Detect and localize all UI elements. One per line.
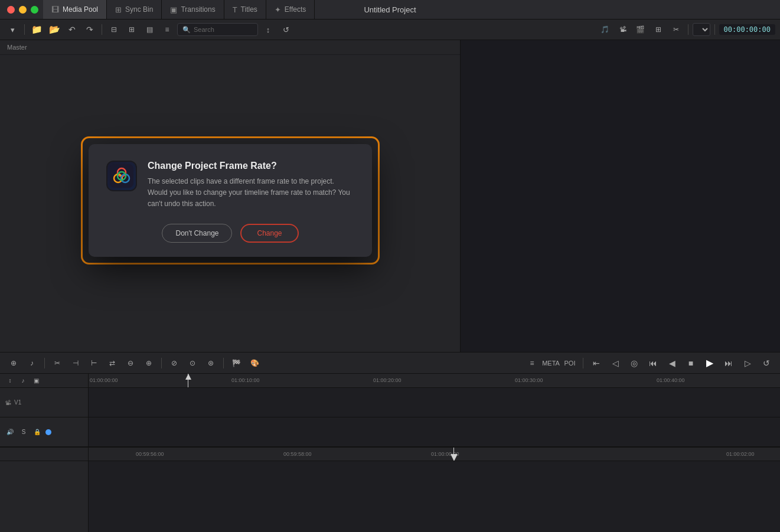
codec-select[interactable] [693,23,710,36]
bottom-playhead-head [451,454,458,461]
right-panel [461,40,780,352]
bottom-playhead-line [453,448,454,461]
audio-lock-btn[interactable]: 🔒 [32,427,43,438]
timeline-bottom-controls [0,461,89,532]
track-video-btn[interactable]: ▣ [31,376,41,386]
skip-end-btn[interactable]: ⏭ [721,355,736,371]
bottom-ruler-left [0,448,89,461]
clip-btn[interactable]: 🎬 [633,22,648,37]
tab-media-pool[interactable]: 🎞 Media Pool [43,0,107,19]
media-panel: Master [0,40,461,352]
dialog-title: Change Project Frame Rate? [148,161,354,171]
transport-right: ≡ META POI ⇤ ◁ ◎ ⏮ ◀ ■ ▶ ⏭ ▷ ↺ [524,355,774,371]
nav-tabs: 🎞 Media Pool ⊞ Sync Bin ▣ Transitions T … [43,0,315,19]
refresh-btn[interactable]: ↺ [278,22,293,37]
snip-btn[interactable]: ⊖ [123,355,138,371]
meta2-btn[interactable]: POI [562,355,577,371]
transitions-icon: ▣ [170,5,177,14]
ruler-label-4: 01:00:40:00 [657,377,685,383]
close-button[interactable] [7,6,15,14]
bottom-ruler: 00:59:56:00 00:59:58:00 01:00:00:00 01:0… [0,447,780,461]
app-icon [106,161,137,191]
slip2-btn[interactable]: ⊛ [203,355,218,371]
minimize-button[interactable] [19,6,27,14]
prev-edit-btn[interactable]: ⇤ [589,355,604,371]
divider-3 [688,24,688,35]
dropdown-btn[interactable]: ▾ [5,22,20,37]
search-container: 🔍 [177,23,258,36]
bottom-ruler-label-3: 01:00:02:00 [726,451,755,457]
audio-mute-btn[interactable]: 🔊 [5,427,15,438]
stop-btn[interactable]: ■ [683,355,699,371]
track-sort-btn[interactable]: ↕ [5,376,15,386]
media-content-area: Change Project Frame Rate? The selected … [0,55,460,352]
top-playhead-head [185,374,191,380]
view-detail-btn[interactable]: ≡ [159,22,175,37]
audio-indicator [45,429,51,435]
transport-divider-1 [44,358,45,368]
mixer-btn[interactable]: ≡ [524,355,540,371]
color-btn[interactable]: 🎨 [247,355,262,371]
razor-btn[interactable]: ✂ [50,355,65,371]
tab-titles[interactable]: T Titles [224,0,266,19]
bottom-ruler-marks: 00:59:56:00 00:59:58:00 01:00:00:00 01:0… [89,448,780,461]
media-pool-icon: 🎞 [51,5,59,14]
open-btn[interactable]: 📂 [47,22,62,37]
dialog-buttons: Don't Change Change [106,224,354,243]
transport-divider-4 [583,358,583,368]
roll-btn[interactable]: ⊙ [185,355,200,371]
ruler-label-2: 01:00:20:00 [373,377,402,383]
play-btn[interactable]: ▶ [702,355,717,371]
flag-btn[interactable]: 🏁 [229,355,244,371]
timeline-section: ↕ ♪ ▣ 01:00:00:00 01:00:10:00 01:00:20:0… [0,374,780,532]
redo-btn[interactable]: ↷ [82,22,97,37]
audio-btn[interactable]: 🎵 [598,22,613,37]
undo-btn[interactable]: ↶ [64,22,80,37]
search-input[interactable] [194,26,253,33]
slip-btn[interactable]: ⇄ [105,355,120,371]
audio-track-content [89,417,780,446]
timeline-bottom-content [89,461,780,532]
tab-sync-bin[interactable]: ⊞ Sync Bin [107,0,162,19]
sort-btn[interactable]: ↕ [260,22,276,37]
tab-effects[interactable]: ✦ Effects [266,0,315,19]
sync-bin-icon: ⊞ [115,5,122,14]
add-track-video-btn[interactable]: ⊕ [6,355,21,371]
dialog-box: Change Project Frame Rate? The selected … [89,144,372,257]
divider-4 [714,24,715,35]
skip-start-btn[interactable]: ⏮ [645,355,661,371]
dont-change-button[interactable]: Don't Change [162,224,232,243]
maximize-button[interactable] [31,6,38,14]
view-list-btn[interactable]: ⊟ [106,22,122,37]
transport-divider-3 [223,358,224,368]
prev-btn[interactable]: ◀ [664,355,680,371]
view-grid-btn[interactable]: ⊞ [124,22,139,37]
mark-in-btn[interactable]: ◎ [626,355,642,371]
add-track-audio-btn[interactable]: ♪ [24,355,40,371]
ripple-btn[interactable]: ⊘ [167,355,182,371]
grid-view-btn[interactable]: ⊞ [651,22,666,37]
top-ruler: 01:00:00:00 01:00:10:00 01:00:20:00 01:0… [89,374,780,387]
track-audio-btn[interactable]: ♪ [18,376,28,386]
track-header-controls: ↕ ♪ ▣ [0,374,89,387]
tab-media-pool-label: Media Pool [63,5,98,14]
new-folder-btn[interactable]: 📁 [29,22,44,37]
timeline-ruler-row: ↕ ♪ ▣ 01:00:00:00 01:00:10:00 01:00:20:0… [0,374,780,388]
change-button[interactable]: Change [240,224,298,243]
effects-icon: ✦ [275,5,281,14]
top-playhead-line [188,374,188,387]
tab-transitions[interactable]: ▣ Transitions [162,0,224,19]
loop-btn[interactable]: ↺ [759,355,774,371]
next-frame-btn[interactable]: ▷ [740,355,755,371]
meta-btn[interactable]: META [543,355,559,371]
trim-start-btn[interactable]: ⊣ [68,355,83,371]
ruler-label-3: 01:00:30:00 [515,377,543,383]
audio-solo-btn[interactable]: S [18,427,29,438]
trim-end-btn[interactable]: ⊢ [86,355,102,371]
video-track-controls: 📽 V1 [0,388,89,417]
marker-btn[interactable]: ✂ [668,22,684,37]
video-btn[interactable]: 📽 [615,22,631,37]
join-btn[interactable]: ⊕ [141,355,156,371]
view-filmstrip-btn[interactable]: ▤ [142,22,157,37]
prev-frame-btn[interactable]: ◁ [608,355,623,371]
